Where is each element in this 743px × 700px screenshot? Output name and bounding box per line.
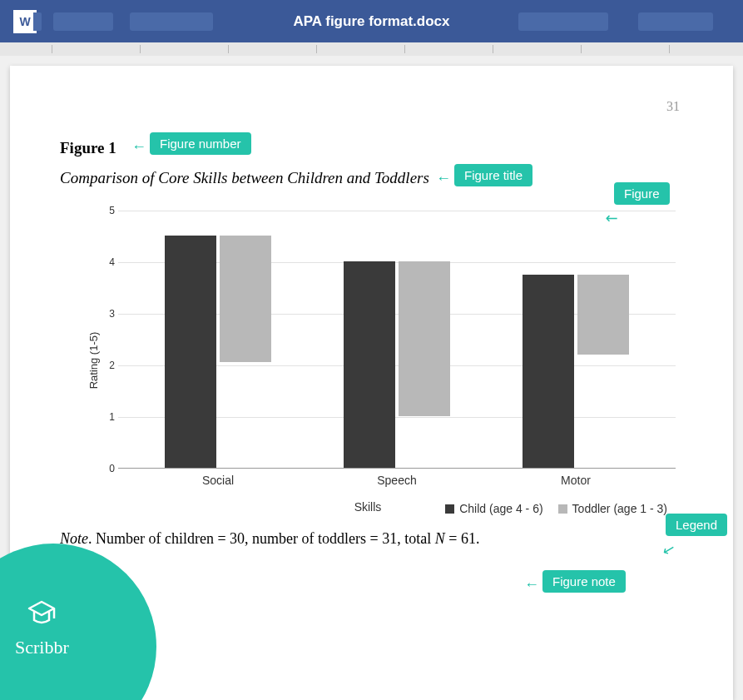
arrow-diagonal-icon: ↙ [661,540,676,558]
chart-bar [344,261,395,468]
chart-gridline [118,211,676,211]
chart-bar-group [339,261,455,468]
chart-bar [577,275,629,355]
chart-legend-item: Child (age 4 - 6) [445,502,542,515]
chart-xtick: Speech [339,474,455,487]
ruler [0,42,743,56]
figure-note: Note. Number of children = 30, number of… [60,530,683,548]
titlebar: W APA figure format.docx [0,0,743,42]
chart-ytick: 2 [102,360,115,371]
chart-ytick: 1 [102,411,115,423]
chart-xtick: Social [160,474,276,487]
annotation-figure: Figure [614,182,670,205]
figure-note-body: . Number of children = 30, number of tod… [88,530,435,547]
word-icon: W [13,10,37,33]
legend-label: Child (age 4 - 6) [459,502,542,515]
legend-label: Toddler (age 1 - 3) [572,502,667,515]
toolbar-placeholder [53,12,113,31]
chart-bar [165,236,216,468]
chart-ytick: 4 [102,256,115,268]
page-number: 31 [666,99,680,114]
annotation-figure-note: Figure note [542,570,626,593]
chart-xlabel: Skills [354,500,382,514]
chart-bar-group [518,275,634,469]
annotation-figure-title: Figure title [454,164,532,186]
figure-note-tail: = 61. [445,530,480,547]
legend-swatch [445,504,454,514]
toolbar-placeholder [518,12,608,31]
arrow-left-icon: ← [436,171,451,186]
chart-xtick: Motor [518,474,634,487]
arrow-left-icon: ← [131,139,146,154]
figure-title: Comparison of Core Skills between Childr… [60,169,683,187]
chart-bar [220,236,271,362]
chart-ytick: 0 [102,463,115,474]
scribbr-brand-name: Scribbr [15,637,69,658]
figure-note-italic-n: N [435,530,445,547]
chart-bar [399,261,450,416]
chart-ytick: 3 [102,308,115,320]
chart-legend: Child (age 4 - 6)Toddler (age 1 - 3) [445,502,667,515]
chart-ytick: 5 [102,205,115,216]
scribbr-logo-icon [22,598,61,632]
chart-plot-area [118,211,676,469]
document-title: APA figure format.docx [294,13,450,30]
annotation-legend: Legend [666,514,727,536]
chart-bar [523,275,574,469]
chart-ylabel: Rating (1-5) [87,332,100,390]
legend-swatch [558,504,567,514]
chart-legend-item: Toddler (age 1 - 3) [558,502,667,515]
toolbar-placeholder [130,12,213,31]
chart-bar-group [160,236,276,468]
toolbar-placeholder [638,12,713,31]
figure-chart: Rating (1-5) Skills Child (age 4 - 6)Tod… [60,202,676,519]
annotation-figure-number: Figure number [150,132,251,155]
arrow-left-icon: ← [524,577,539,592]
